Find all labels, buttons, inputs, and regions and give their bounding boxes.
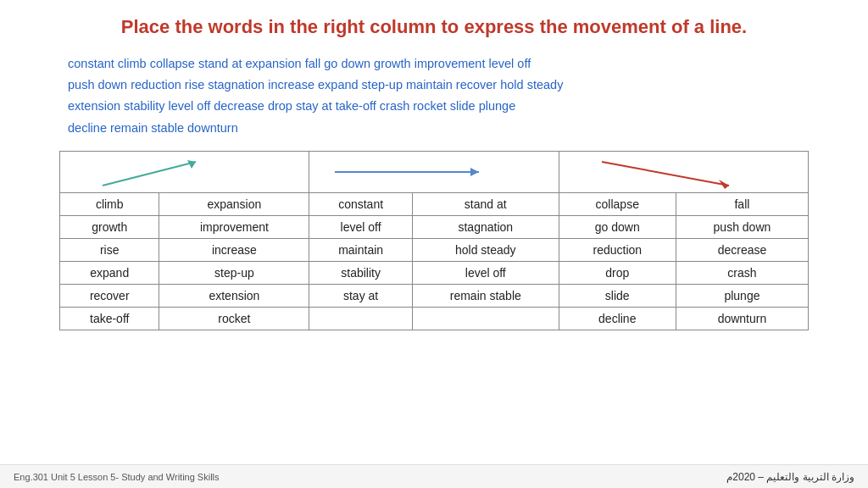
table-row: expandstep-upstabilitylevel offdropcrash: [60, 262, 809, 285]
table-cell: climb: [60, 193, 159, 216]
word-table: climbexpansionconstantstand atcollapsefa…: [59, 151, 809, 330]
table-cell: drop: [559, 262, 676, 285]
table-row: riseincreasemaintainhold steadyreduction…: [60, 239, 809, 262]
table-cell: rise: [60, 239, 159, 262]
table-cell: fall: [676, 193, 808, 216]
table-cell: push down: [676, 216, 808, 239]
header-col3: [559, 152, 808, 193]
footer-right: وزارة التربية والتعليم – 2020م: [726, 471, 854, 483]
table-cell: collapse: [559, 193, 676, 216]
table-cell: [412, 308, 559, 330]
word-bank-line4: decline remain stable downturn: [68, 118, 800, 139]
table-cell: downturn: [676, 308, 808, 330]
table-cell: decrease: [676, 239, 808, 262]
table-cell: take-off: [60, 308, 159, 330]
footer: Eng.301 Unit 5 Lesson 5- Study and Writi…: [0, 464, 868, 488]
table-cell: stability: [309, 262, 413, 285]
svg-line-0: [103, 162, 196, 186]
table-row: climbexpansionconstantstand atcollapsefa…: [60, 193, 809, 216]
table-cell: expansion: [159, 193, 309, 216]
svg-marker-3: [470, 168, 479, 176]
table-cell: increase: [159, 239, 309, 262]
table-row: take-offrocketdeclinedownturn: [60, 308, 809, 330]
table-cell: extension: [159, 285, 309, 308]
word-bank-line3: extension stability level off decrease d…: [68, 96, 800, 117]
table-cell: reduction: [559, 239, 676, 262]
header-col1: [60, 152, 309, 193]
table-cell: plunge: [676, 285, 808, 308]
table-cell: go down: [559, 216, 676, 239]
table-cell: level off: [309, 216, 413, 239]
table-cell: growth: [60, 216, 159, 239]
footer-left: Eng.301 Unit 5 Lesson 5- Study and Writi…: [14, 472, 220, 482]
table-cell: expand: [60, 262, 159, 285]
word-bank-line2: push down reduction rise stagnation incr…: [68, 75, 800, 96]
table-cell: level off: [412, 262, 559, 285]
word-bank: constant climb collapse stand at expansi…: [0, 48, 868, 148]
table-row: recoverextensionstay atremain stableslid…: [60, 285, 809, 308]
table-cell: maintain: [309, 239, 413, 262]
table-cell: stay at: [309, 285, 413, 308]
table-cell: remain stable: [412, 285, 559, 308]
table-cell: improvement: [159, 216, 309, 239]
table-cell: crash: [676, 262, 808, 285]
table-cell: stand at: [412, 193, 559, 216]
table-cell: decline: [559, 308, 676, 330]
svg-line-4: [602, 162, 729, 186]
table-cell: recover: [60, 285, 159, 308]
table-cell: stagnation: [412, 216, 559, 239]
table-body: climbexpansionconstantstand atcollapsefa…: [60, 193, 809, 330]
table-cell: hold steady: [412, 239, 559, 262]
table-cell: constant: [309, 193, 413, 216]
table-header-row: [60, 152, 809, 193]
table-cell: slide: [559, 285, 676, 308]
table-row: growthimprovementlevel offstagnationgo d…: [60, 216, 809, 239]
table-wrapper: climbexpansionconstantstand atcollapsefa…: [0, 151, 868, 330]
word-bank-line1: constant climb collapse stand at expansi…: [68, 53, 800, 75]
page-title: Place the words in the right column to e…: [0, 0, 868, 48]
table-cell: rocket: [159, 308, 309, 330]
header-col2: [309, 152, 559, 193]
table-cell: [309, 308, 413, 330]
table-cell: step-up: [159, 262, 309, 285]
